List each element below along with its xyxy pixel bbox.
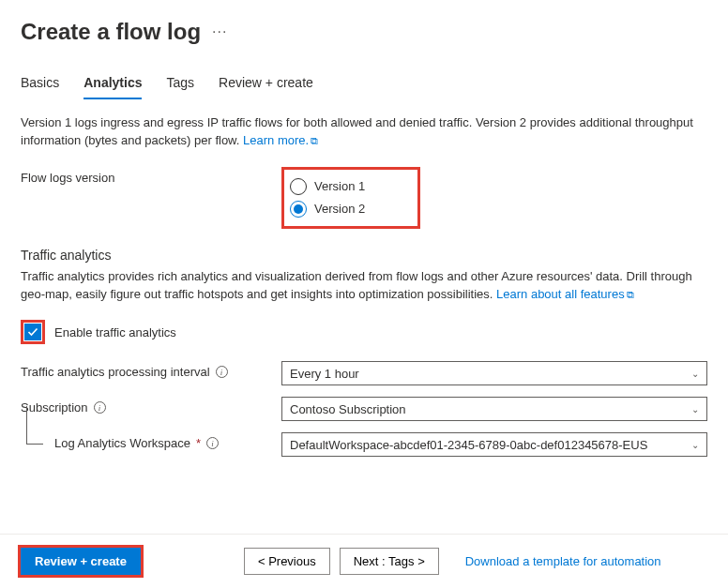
workspace-dropdown[interactable]: DefaultWorkspace-abcdef01-2345-6789-0abc… [281, 432, 707, 457]
chevron-down-icon: ⌄ [691, 440, 699, 450]
workspace-label: Log Analytics Workspace [54, 436, 190, 450]
enable-traffic-analytics-checkbox[interactable] [24, 324, 41, 340]
more-actions-button[interactable]: ··· [212, 23, 227, 40]
required-indicator: * [196, 436, 201, 450]
subscription-dropdown[interactable]: Contoso Subscription ⌄ [281, 397, 707, 421]
checkbox-highlight [21, 320, 45, 344]
checkmark-icon [27, 326, 38, 338]
download-template-link[interactable]: Download a template for automation [465, 554, 661, 568]
chevron-down-icon: ⌄ [691, 404, 699, 415]
chevron-down-icon: ⌄ [691, 369, 699, 379]
version-radio-group: Version 1 Version 2 [281, 167, 420, 229]
enable-traffic-analytics-label: Enable traffic analytics [54, 325, 176, 339]
info-icon[interactable]: i [216, 366, 228, 378]
tab-bar: Basics Analytics Tags Review + create [21, 71, 707, 99]
previous-button[interactable]: < Previous [244, 548, 330, 575]
version-1-label: Version 1 [314, 179, 365, 193]
radio-icon [290, 178, 307, 195]
tab-review[interactable]: Review + create [219, 71, 313, 99]
version-description-text: Version 1 logs ingress and egress IP tra… [21, 115, 693, 147]
tab-analytics[interactable]: Analytics [83, 71, 142, 99]
interval-label: Traffic analytics processing interval [21, 365, 210, 379]
interval-dropdown[interactable]: Every 1 hour ⌄ [281, 361, 707, 385]
radio-checked-icon [290, 201, 307, 218]
flow-logs-version-label: Flow logs version [21, 167, 281, 185]
learn-more-text: Learn more. [243, 133, 309, 147]
version-2-radio[interactable]: Version 2 [290, 198, 365, 220]
footer-bar: Review + create < Previous Next : Tags >… [0, 534, 728, 588]
version-1-radio[interactable]: Version 1 [290, 175, 365, 198]
info-icon[interactable]: i [94, 401, 106, 414]
external-link-icon: ⧉ [627, 288, 634, 303]
info-icon[interactable]: i [206, 437, 219, 449]
learn-features-text: Learn about all features [496, 287, 625, 301]
learn-features-link[interactable]: Learn about all features⧉ [496, 287, 634, 301]
version-2-label: Version 2 [314, 202, 365, 216]
tab-tags[interactable]: Tags [166, 71, 194, 99]
page-title: Create a flow log [21, 19, 201, 45]
external-link-icon: ⧉ [311, 134, 318, 149]
workspace-value: DefaultWorkspace-abcdef01-2345-6789-0abc… [290, 438, 647, 452]
version-description: Version 1 logs ingress and egress IP tra… [21, 114, 707, 150]
next-button[interactable]: Next : Tags > [340, 548, 439, 575]
subscription-label: Subscription [21, 400, 88, 415]
traffic-analytics-heading: Traffic analytics [21, 248, 707, 263]
review-create-button[interactable]: Review + create [21, 548, 141, 575]
traffic-description: Traffic analytics provides rich analytic… [21, 268, 707, 304]
learn-more-link[interactable]: Learn more.⧉ [243, 133, 318, 147]
interval-value: Every 1 hour [290, 367, 359, 381]
subscription-value: Contoso Subscription [290, 402, 406, 416]
tab-basics[interactable]: Basics [21, 71, 59, 99]
